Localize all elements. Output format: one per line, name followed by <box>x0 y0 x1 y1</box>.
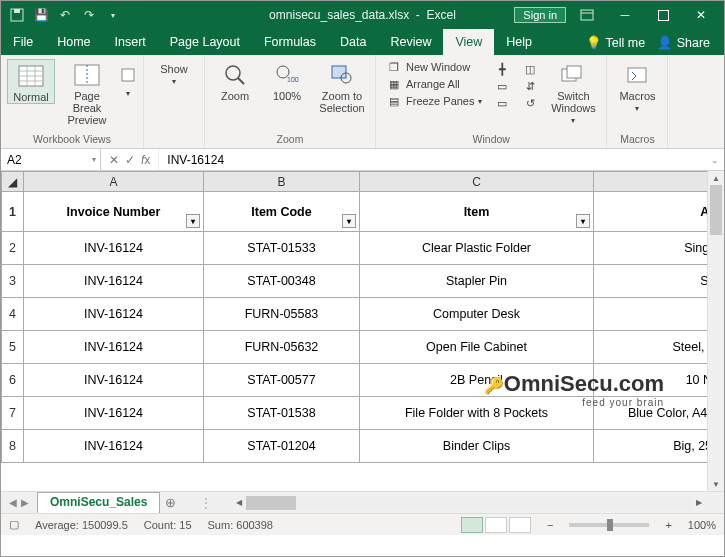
page-layout-view-icon[interactable] <box>485 517 507 533</box>
switch-windows-button[interactable]: Switch Windows▾ <box>546 59 600 126</box>
split-button[interactable]: ╋ <box>490 61 514 77</box>
new-sheet-button[interactable]: ⊕ <box>160 492 180 513</box>
freeze-panes-button[interactable]: ▤Freeze Panes ▾ <box>382 93 486 109</box>
normal-view-icon[interactable] <box>461 517 483 533</box>
row-header[interactable]: 3 <box>2 265 24 298</box>
cell[interactable]: Invoice Number▾ <box>24 192 204 232</box>
zoom-to-selection-button[interactable]: Zoom to Selection <box>315 59 369 114</box>
tab-file[interactable]: File <box>1 29 45 55</box>
cell[interactable]: Steel, Bl <box>594 331 724 364</box>
cell[interactable]: Stapler Pin <box>360 265 594 298</box>
tab-formulas[interactable]: Formulas <box>252 29 328 55</box>
tab-home[interactable]: Home <box>45 29 102 55</box>
cell[interactable]: INV-16124 <box>24 298 204 331</box>
undo-icon[interactable]: ↶ <box>57 7 73 23</box>
normal-view-button[interactable]: Normal <box>7 59 55 104</box>
cell[interactable]: INV-16124 <box>24 430 204 463</box>
scrollbar-thumb[interactable] <box>710 185 722 235</box>
scroll-up-icon[interactable]: ▲ <box>708 171 724 185</box>
cell[interactable]: Ad <box>594 192 724 232</box>
scroll-right-icon[interactable]: ▶ <box>692 498 706 507</box>
cell[interactable]: STAT-01204 <box>204 430 360 463</box>
cell[interactable]: Set <box>594 265 724 298</box>
name-box[interactable]: A2▾ <box>1 149 101 170</box>
hide-button[interactable]: ▭ <box>490 78 514 94</box>
horizontal-scrollbar[interactable]: ⋮ ◀ ▶ <box>200 492 724 513</box>
worksheet-grid[interactable]: ◢ A B C 1 Invoice Number▾ Item Code▾ Ite… <box>1 171 724 491</box>
redo-icon[interactable]: ↷ <box>81 7 97 23</box>
macros-button[interactable]: Macros▾ <box>613 59 661 114</box>
cell[interactable]: 2B Pencil <box>360 364 594 397</box>
filter-icon[interactable]: ▾ <box>186 214 200 228</box>
autosave-icon[interactable] <box>9 7 25 23</box>
zoom-in-button[interactable]: + <box>665 519 671 531</box>
row-header[interactable]: 2 <box>2 232 24 265</box>
workbook-views-more[interactable]: ▾ <box>119 59 137 99</box>
tab-insert[interactable]: Insert <box>103 29 158 55</box>
row-header[interactable]: 8 <box>2 430 24 463</box>
cell[interactable]: Binder Clips <box>360 430 594 463</box>
arrange-all-button[interactable]: ▦Arrange All <box>382 76 486 92</box>
cell[interactable]: Computer Desk <box>360 298 594 331</box>
cell[interactable]: Open File Cabinet <box>360 331 594 364</box>
row-header[interactable]: 6 <box>2 364 24 397</box>
zoom-slider[interactable] <box>569 523 649 527</box>
tab-review[interactable]: Review <box>378 29 443 55</box>
col-header-A[interactable]: A <box>24 172 204 192</box>
tab-help[interactable]: Help <box>494 29 544 55</box>
col-header-C[interactable]: C <box>360 172 594 192</box>
formula-input[interactable]: INV-16124 <box>159 149 706 170</box>
select-all-corner[interactable]: ◢ <box>2 172 24 192</box>
cell[interactable]: Item▾ <box>360 192 594 232</box>
tab-page-layout[interactable]: Page Layout <box>158 29 252 55</box>
show-button[interactable]: Show ▾ <box>150 59 198 87</box>
sheet-nav-prev-icon[interactable]: ◀ <box>9 497 17 508</box>
enter-formula-icon[interactable]: ✓ <box>125 153 135 167</box>
maximize-button[interactable] <box>646 1 680 29</box>
cell[interactable]: STAT-01533 <box>204 232 360 265</box>
view-side-by-side-button[interactable]: ◫ <box>518 61 542 77</box>
row-header[interactable]: 4 <box>2 298 24 331</box>
expand-formula-bar-icon[interactable]: ⌄ <box>706 149 724 170</box>
share-button[interactable]: 👤 Share <box>657 35 710 50</box>
cell[interactable]: STAT-01538 <box>204 397 360 430</box>
sheet-nav-next-icon[interactable]: ▶ <box>21 497 29 508</box>
row-header[interactable]: 5 <box>2 331 24 364</box>
cell[interactable]: 10 Nu <box>594 364 724 397</box>
cell[interactable]: INV-16124 <box>24 364 204 397</box>
filter-icon[interactable]: ▾ <box>342 214 356 228</box>
zoom-level[interactable]: 100% <box>688 519 716 531</box>
col-header-B[interactable]: B <box>204 172 360 192</box>
cell[interactable]: Item Code▾ <box>204 192 360 232</box>
tab-data[interactable]: Data <box>328 29 378 55</box>
cell[interactable]: Big, 25 I <box>594 430 724 463</box>
unhide-button[interactable]: ▭ <box>490 95 514 111</box>
col-header-partial[interactable] <box>594 172 724 192</box>
new-window-button[interactable]: ❐New Window <box>382 59 486 75</box>
cell[interactable]: FURN-05583 <box>204 298 360 331</box>
vertical-scrollbar[interactable]: ▲ ▼ <box>707 171 724 491</box>
cell[interactable] <box>594 298 724 331</box>
sheet-tab[interactable]: OmniSecu_Sales <box>37 492 160 513</box>
cell[interactable]: FURN-05632 <box>204 331 360 364</box>
zoom-100-button[interactable]: 100 100% <box>263 59 311 102</box>
ribbon-options-icon[interactable] <box>570 1 604 29</box>
tell-me[interactable]: 💡 Tell me <box>586 35 645 50</box>
cell[interactable]: INV-16124 <box>24 397 204 430</box>
cell[interactable]: Blue Color, A4 S <box>594 397 724 430</box>
save-icon[interactable]: 💾 <box>33 7 49 23</box>
record-macro-icon[interactable]: ▢ <box>9 518 19 531</box>
tab-view[interactable]: View <box>443 29 494 55</box>
cell[interactable]: STAT-00577 <box>204 364 360 397</box>
chevron-down-icon[interactable]: ▾ <box>92 155 96 164</box>
qat-dropdown-icon[interactable]: ▾ <box>105 7 121 23</box>
zoom-out-button[interactable]: − <box>547 519 553 531</box>
zoom-button[interactable]: Zoom <box>211 59 259 102</box>
cell[interactable]: INV-16124 <box>24 265 204 298</box>
filter-icon[interactable]: ▾ <box>576 214 590 228</box>
sync-scroll-button[interactable]: ⇵ <box>518 78 542 94</box>
page-break-view-icon[interactable] <box>509 517 531 533</box>
cell[interactable]: STAT-00348 <box>204 265 360 298</box>
cell[interactable]: INV-16124 <box>24 331 204 364</box>
fx-icon[interactable]: fx <box>141 153 150 167</box>
